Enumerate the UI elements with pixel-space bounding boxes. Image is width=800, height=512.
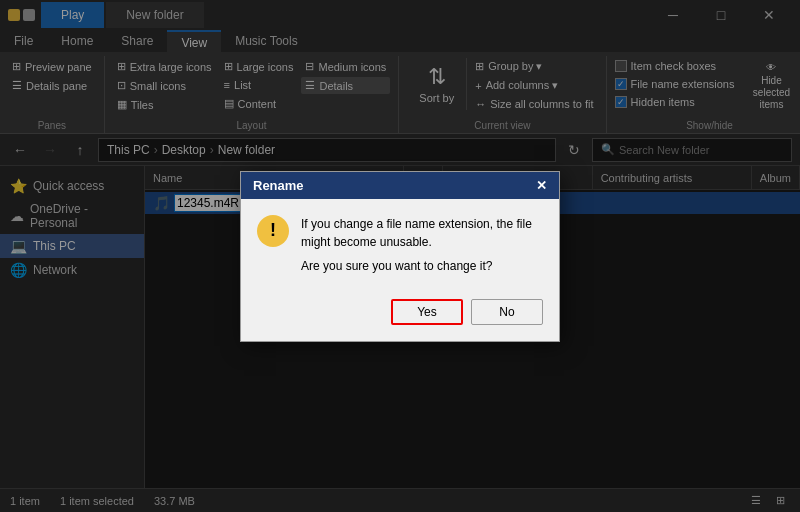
dialog-title-bar: Rename ✕: [241, 172, 559, 199]
dialog-no-button[interactable]: No: [471, 299, 543, 325]
dialog-message-line1: If you change a file name extension, the…: [301, 215, 543, 251]
dialog-content: ! If you change a file name extension, t…: [241, 199, 559, 291]
dialog-message-line2: Are you sure you want to change it?: [301, 257, 543, 275]
dialog-close-icon[interactable]: ✕: [536, 178, 547, 193]
warning-icon: !: [257, 215, 289, 247]
dialog-title: Rename: [253, 178, 304, 193]
dialog-text: If you change a file name extension, the…: [301, 215, 543, 275]
dialog-yes-button[interactable]: Yes: [391, 299, 463, 325]
dialog-overlay: Rename ✕ ! If you change a file name ext…: [0, 0, 800, 512]
rename-dialog: Rename ✕ ! If you change a file name ext…: [240, 171, 560, 342]
dialog-buttons: Yes No: [241, 291, 559, 341]
